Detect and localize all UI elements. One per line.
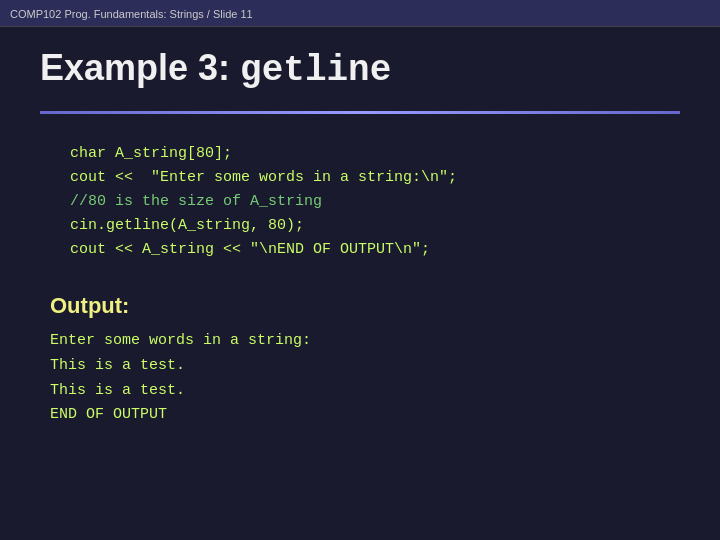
- code-block: char A_string[80]; cout << "Enter some w…: [40, 132, 680, 277]
- output-line-3: This is a test.: [50, 379, 680, 404]
- output-label: Output:: [40, 293, 680, 319]
- code-pre: char A_string[80]; cout << "Enter some w…: [70, 142, 660, 262]
- slide-container: COMP102 Prog. Fundamentals: Strings / Sl…: [0, 0, 720, 540]
- code-line-2: cout << "Enter some words in a string:\n…: [70, 169, 457, 186]
- output-line-1: Enter some words in a string:: [50, 329, 680, 354]
- header-bar: COMP102 Prog. Fundamentals: Strings / Sl…: [0, 0, 720, 27]
- output-line-2: This is a test.: [50, 354, 680, 379]
- code-line-4: cin.getline(A_string, 80);: [70, 217, 304, 234]
- title-prefix: Example 3:: [40, 47, 240, 88]
- output-text: Enter some words in a string: This is a …: [40, 329, 680, 428]
- code-line-3: //80 is the size of A_string: [70, 193, 322, 210]
- content-area: Example 3: getline char A_string[80]; co…: [0, 27, 720, 448]
- header-label: COMP102 Prog. Fundamentals: Strings / Sl…: [10, 8, 253, 20]
- output-line-4: END OF OUTPUT: [50, 403, 680, 428]
- title-monospace: getline: [240, 50, 391, 91]
- code-line-1: char A_string[80];: [70, 145, 232, 162]
- code-line-5: cout << A_string << "\nEND OF OUTPUT\n";: [70, 241, 430, 258]
- title-divider: [40, 111, 680, 114]
- slide-title: Example 3: getline: [40, 47, 680, 91]
